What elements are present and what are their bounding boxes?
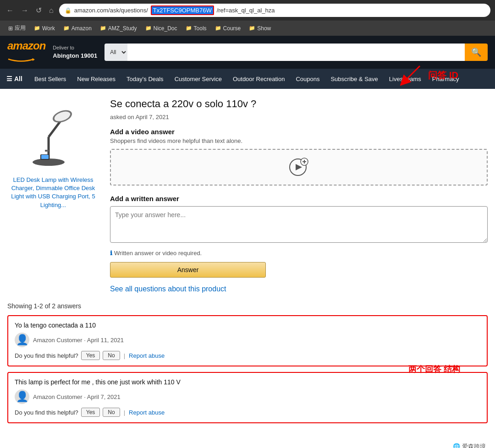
bookmark-work[interactable]: 📁 Work (30, 24, 59, 33)
video-section-subtitle: Shoppers find videos more helpful than t… (110, 137, 488, 144)
annotation-container: 问答 ID (397, 64, 458, 87)
nav-best-sellers[interactable]: Best Sellers (29, 73, 72, 85)
address-suffix: /ref=ask_ql_ql_al_hza (217, 7, 275, 14)
nav-all-label: All (14, 75, 22, 82)
video-section-title: Add a video answer (110, 128, 488, 136)
search-bar: All 🔍 (104, 44, 488, 61)
search-button[interactable]: 🔍 (465, 44, 488, 61)
report-abuse-link-1[interactable]: Report abuse (129, 352, 165, 359)
main-content: LED Desk Lamp with Wireless Charger, Dim… (0, 89, 495, 302)
amazon-smile (7, 58, 35, 62)
validation-message: ℹ Written answer or video required. (110, 250, 488, 257)
address-highlight: Tx2TFSC9OPMB76W (151, 5, 214, 15)
apps-button[interactable]: ⊞ 应用 (5, 23, 29, 33)
search-input[interactable] (127, 44, 465, 61)
folder-icon: 📁 (249, 25, 255, 31)
bookmark-course[interactable]: 📁 Course (211, 24, 245, 33)
answers-annotation-wrapper: Yo la tengo conectada a 110 👤 Amazon Cus… (7, 315, 488, 423)
search-icon: 🔍 (471, 48, 481, 57)
info-icon: ℹ (110, 250, 112, 257)
answer-author-2: Amazon Customer · April 7, 2021 (33, 393, 121, 400)
back-button[interactable]: ← (5, 5, 16, 16)
folder-icon: 📁 (34, 25, 40, 31)
nav-todays-deals[interactable]: Today's Deals (121, 73, 169, 85)
no-button-2[interactable]: No (103, 408, 120, 417)
report-abuse-link-2[interactable]: Report abuse (129, 409, 165, 416)
answer-textarea[interactable] (110, 206, 488, 243)
product-image-svg (12, 100, 85, 169)
bookmark-nicedoc-label: Nice_Doc (154, 25, 177, 32)
watermark: 🌐 爱森跨境 (0, 438, 495, 448)
answer-helpful-1: Do you find this helpful? Yes No | Repor… (15, 351, 480, 360)
pipe-2: | (124, 409, 125, 416)
address-prefix: amazon.com/ask/questions/ (74, 7, 148, 14)
bookmark-course-label: Course (223, 25, 241, 32)
yes-button-1[interactable]: Yes (81, 351, 100, 360)
refresh-button[interactable]: ↺ (34, 5, 44, 16)
pipe-1: | (124, 352, 125, 359)
helpful-label-1: Do you find this helpful? (15, 352, 78, 359)
svg-marker-0 (32, 58, 35, 61)
deliver-to[interactable]: Deliver to Abington 19001 (53, 44, 97, 60)
search-category-select[interactable]: All (104, 44, 127, 61)
video-upload-box[interactable] (110, 149, 488, 186)
answer-button[interactable]: Answer (110, 262, 266, 278)
user-icon-2: 👤 (16, 391, 28, 403)
browser-chrome: ← → ↺ ⌂ 🔒 amazon.com/ask/questions/Tx2TF… (0, 0, 495, 21)
home-button[interactable]: ⌂ (47, 5, 55, 16)
asked-date: asked on April 7, 2021 (110, 114, 488, 120)
bookmark-work-label: Work (42, 25, 55, 32)
apps-grid-icon: ⊞ (8, 25, 13, 32)
bookmark-tools[interactable]: 📁 Tools (182, 24, 210, 33)
nav-all-button[interactable]: ☰ All (0, 72, 29, 85)
bookmark-tools-label: Tools (194, 25, 207, 32)
answers-section: Showing 1-2 of 2 answers Yo la tengo con… (0, 302, 495, 438)
address-bar[interactable]: 🔒 amazon.com/ask/questions/Tx2TFSC9OPMB7… (59, 4, 490, 17)
folder-icon: 📁 (63, 25, 70, 31)
bookmark-amzstudy-label: AMZ_Study (108, 25, 137, 32)
red-arrow-icon (397, 64, 424, 87)
answers-annotation-text: 两个回答 结构 (408, 364, 460, 375)
nav-outdoor-recreation[interactable]: Outdoor Recreation (227, 73, 290, 85)
written-answer-section: Add a written answer (110, 195, 488, 244)
see-all-questions-link[interactable]: See all questions about this product (110, 285, 488, 293)
product-link[interactable]: LED Desk Lamp with Wireless Charger, Dim… (7, 176, 99, 209)
nav-customer-service[interactable]: Customer Service (169, 73, 227, 85)
folder-icon: 📁 (215, 25, 221, 31)
avatar-2: 👤 (15, 389, 29, 404)
written-section-title: Add a written answer (110, 195, 488, 202)
qa-main: Se conecta a 220v o solo 110v ? asked on… (110, 98, 488, 293)
answer-meta-1: 👤 Amazon Customer · April 11, 2021 (15, 333, 480, 347)
hamburger-icon: ☰ (6, 75, 12, 82)
bookmark-show-label: Show (257, 25, 271, 32)
no-button-1[interactable]: No (103, 351, 120, 360)
bookmark-show[interactable]: 📁 Show (245, 24, 275, 33)
svg-rect-7 (41, 155, 49, 159)
yes-button-2[interactable]: Yes (81, 408, 100, 417)
answer-card-1: Yo la tengo conectada a 110 👤 Amazon Cus… (7, 315, 488, 366)
folder-icon: 📁 (100, 25, 106, 31)
bookmark-nicedoc[interactable]: 📁 Nice_Doc (142, 24, 181, 33)
amazon-logo[interactable]: amazon (7, 39, 45, 65)
answer-body-2: This lamp is perfect for me , this one j… (15, 378, 480, 386)
answer-meta-2: 👤 Amazon Customer · April 7, 2021 (15, 389, 480, 404)
nav-new-releases[interactable]: New Releases (72, 73, 121, 85)
user-icon: 👤 (16, 334, 28, 346)
bookmarks-bar: ⊞ 应用 📁 Work 📁 Amazon 📁 AMZ_Study 📁 Nice_… (0, 21, 495, 36)
annotation-label: 问答 ID (428, 69, 458, 82)
bookmark-amazon[interactable]: 📁 Amazon (60, 24, 95, 33)
svg-rect-8 (45, 150, 49, 152)
helpful-label-2: Do you find this helpful? (15, 409, 78, 416)
product-image[interactable] (7, 98, 90, 171)
nav-coupons[interactable]: Coupons (290, 73, 325, 85)
avatar-1: 👤 (15, 333, 29, 347)
forward-button[interactable]: → (19, 5, 30, 16)
deliver-city: Abington 19001 (53, 52, 97, 60)
deliver-label: Deliver to (53, 44, 97, 51)
lock-icon: 🔒 (65, 7, 72, 14)
nav-subscribe-save[interactable]: Subscribe & Save (325, 73, 383, 85)
video-add-icon (288, 156, 310, 178)
bookmark-amzstudy[interactable]: 📁 AMZ_Study (96, 24, 141, 33)
answer-body-1: Yo la tengo conectada a 110 (15, 322, 480, 329)
product-sidebar: LED Desk Lamp with Wireless Charger, Dim… (7, 98, 99, 293)
